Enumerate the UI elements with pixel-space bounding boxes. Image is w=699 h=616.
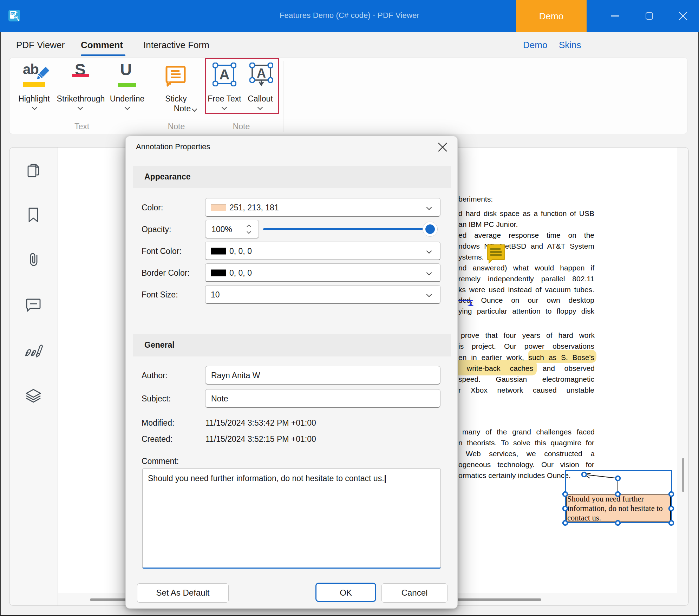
svg-text:A: A — [220, 67, 230, 82]
svg-text:A: A — [257, 66, 266, 80]
